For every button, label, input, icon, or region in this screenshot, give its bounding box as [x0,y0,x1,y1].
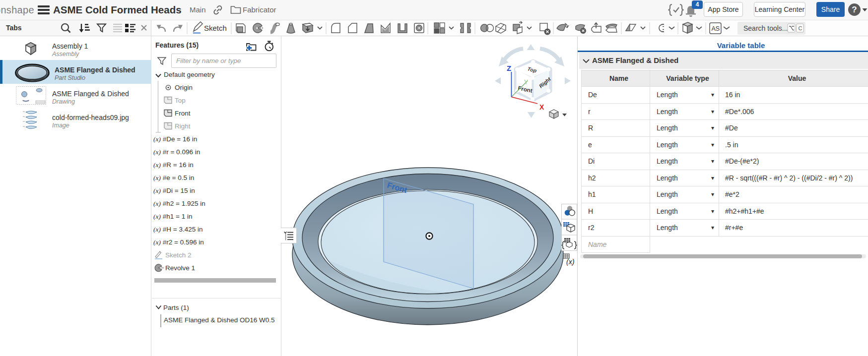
svg-text:C: C [799,25,802,31]
svg-text:Search tools...: Search tools... [743,24,788,32]
svg-text:X: X [539,103,544,111]
svg-text:Z: Z [507,64,511,72]
svg-text:Y: Y [524,79,528,86]
svg-text:(x): (x) [566,258,574,266]
svg-text:Sketch: Sketch [204,24,227,32]
svg-text:AS: AS [712,25,720,32]
